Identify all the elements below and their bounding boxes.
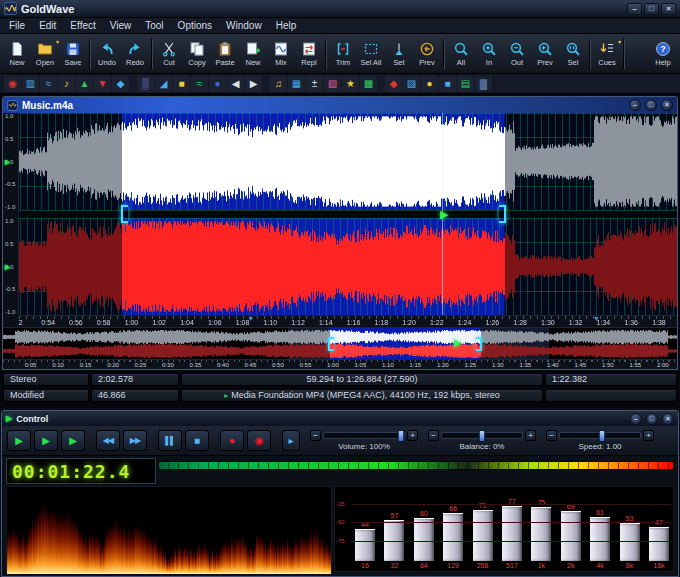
balance-increase-button[interactable]: + <box>525 430 536 441</box>
toolbar-trim-button[interactable]: Trim <box>329 35 357 72</box>
effect-icon-9[interactable]: ◢ <box>155 76 172 92</box>
toolbar-replace-button[interactable]: Repl <box>295 35 323 72</box>
volume-slider[interactable] <box>323 432 405 439</box>
waveform-view[interactable]: ▶ <box>19 113 677 315</box>
menu-item-file[interactable]: File <box>2 20 32 31</box>
fast-forward-button[interactable]: ▶▶ <box>123 430 147 451</box>
effect-icon-19[interactable]: ★ <box>342 76 359 92</box>
effect-icon-11[interactable]: ≈ <box>191 76 208 92</box>
toolbar-set-button[interactable]: Set <box>385 35 413 72</box>
overview-selection-start-handle[interactable] <box>328 337 334 351</box>
volume-increase-button[interactable]: + <box>407 430 418 441</box>
cue-marker-icon[interactable]: ▼ <box>247 315 254 322</box>
balance-slider[interactable] <box>441 432 523 439</box>
effect-icon-6[interactable]: ▼ <box>94 76 111 92</box>
menu-item-view[interactable]: View <box>103 20 139 31</box>
overview-selection-end-handle[interactable] <box>476 337 482 351</box>
toolbar-paste-new-button[interactable]: New <box>239 35 267 72</box>
toolbar-mix-button[interactable]: Mix <box>267 35 295 72</box>
effect-icon-18[interactable]: ▧ <box>324 76 341 92</box>
volume-slider-thumb[interactable] <box>397 430 404 442</box>
music-window-title-bar[interactable]: Music.m4a – □ × <box>3 97 677 113</box>
channel-marker-icon[interactable]: ► <box>3 262 12 272</box>
toolbar-redo-button[interactable]: Redo <box>121 35 149 72</box>
balance-decrease-button[interactable]: − <box>428 430 439 441</box>
toolbar-undo-button[interactable]: Undo <box>93 35 121 72</box>
toolbar-zoom-in-button[interactable]: In <box>475 35 503 72</box>
effect-icon-7[interactable]: ◆ <box>112 76 129 92</box>
effect-icon-24[interactable]: ■ <box>439 76 456 92</box>
toolbar-new-button[interactable]: New <box>3 35 31 72</box>
cue-marker-icon[interactable]: ▼ <box>593 315 600 322</box>
overview-canvas[interactable] <box>3 328 677 360</box>
menu-item-effect[interactable]: Effect <box>63 20 102 31</box>
effect-icon-5[interactable]: ▲ <box>76 76 93 92</box>
speed-slider-thumb[interactable] <box>599 430 606 442</box>
menu-item-options[interactable]: Options <box>171 20 219 31</box>
toolbar-paste-button[interactable]: Paste <box>211 35 239 72</box>
toolbar-cues-button[interactable]: ▾Cues <box>593 35 621 72</box>
channel-marker-icon[interactable]: ► <box>3 157 12 167</box>
toolbar-zoom-sel-button[interactable]: Sel <box>559 35 587 72</box>
effect-icon-1[interactable]: ◉ <box>4 76 21 92</box>
toolbar-zoom-out-button[interactable]: Out <box>503 35 531 72</box>
play-all-button[interactable]: ▶ <box>61 430 85 451</box>
control-maximize-button[interactable]: □ <box>646 413 658 425</box>
speed-slider[interactable] <box>559 432 641 439</box>
menu-item-help[interactable]: Help <box>269 20 304 31</box>
toolbar-help-button[interactable]: ?Help <box>649 35 677 72</box>
monitor-button[interactable]: ▸ <box>282 430 300 451</box>
record-button[interactable]: ● <box>220 430 244 451</box>
volume-decrease-button[interactable]: − <box>310 430 321 441</box>
effect-icon-16[interactable]: ▦ <box>288 76 305 92</box>
toolbar-save-button[interactable]: Save <box>59 35 87 72</box>
time-axis[interactable]: 20:540:560:581:001:021:041:061:081:101:1… <box>19 315 677 327</box>
effect-icon-14[interactable]: ▶ <box>245 76 262 92</box>
control-minimize-button[interactable]: – <box>630 413 642 425</box>
effect-icon-26[interactable]: ▓ <box>475 76 492 92</box>
play-selection-button[interactable]: ▶ <box>34 430 58 451</box>
close-button[interactable]: × <box>661 3 676 15</box>
effect-icon-25[interactable]: ▤ <box>457 76 474 92</box>
music-close-button[interactable]: × <box>661 99 673 111</box>
rewind-button[interactable]: ◀◀ <box>96 430 120 451</box>
music-minimize-button[interactable]: – <box>629 99 641 111</box>
menu-item-tool[interactable]: Tool <box>138 20 170 31</box>
effect-icon-3[interactable]: ≈ <box>40 76 57 92</box>
record-selection-button[interactable]: ◉ <box>247 430 271 451</box>
menu-item-window[interactable]: Window <box>219 20 269 31</box>
toolbar-zoom-all-button[interactable]: All <box>447 35 475 72</box>
music-maximize-button[interactable]: □ <box>645 99 657 111</box>
speed-decrease-button[interactable]: − <box>546 430 557 441</box>
effect-icon-15[interactable]: ♫ <box>270 76 287 92</box>
toolbar-select-all-button[interactable]: Sel All <box>357 35 385 72</box>
effect-icon-10[interactable]: ■ <box>173 76 190 92</box>
maximize-button[interactable]: □ <box>644 3 659 15</box>
effect-icon-21[interactable]: ◆ <box>385 76 402 92</box>
effect-icon-20[interactable]: ▩ <box>360 76 377 92</box>
stop-button[interactable]: ■ <box>185 430 209 451</box>
menu-item-edit[interactable]: Edit <box>32 20 63 31</box>
overview-strip[interactable]: ▶ <box>3 327 677 359</box>
effect-icon-17[interactable]: ± <box>306 76 323 92</box>
effect-icon-23[interactable]: ● <box>421 76 438 92</box>
toolbar-open-button[interactable]: ▾Open <box>31 35 59 72</box>
effect-icon-2[interactable]: ▥ <box>22 76 39 92</box>
selection-start-handle[interactable] <box>121 205 128 223</box>
effect-icon-12[interactable]: ● <box>209 76 226 92</box>
effect-icon-13[interactable]: ◀ <box>227 76 244 92</box>
control-close-button[interactable]: × <box>662 413 674 425</box>
balance-slider-thumb[interactable] <box>479 430 486 442</box>
toolbar-cut-button[interactable]: Cut <box>155 35 183 72</box>
toolbar-zoom-prev-button[interactable]: Prev <box>531 35 559 72</box>
pause-button[interactable]: ▌▌ <box>158 430 182 451</box>
toolbar-preset-prev-button[interactable]: Prev <box>413 35 441 72</box>
control-title-bar[interactable]: ▶ Control – □ × <box>2 411 678 426</box>
selection-end-handle[interactable] <box>499 205 506 223</box>
effect-icon-8[interactable]: ▒ <box>137 76 154 92</box>
speed-increase-button[interactable]: + <box>643 430 654 441</box>
effect-icon-22[interactable]: ▨ <box>403 76 420 92</box>
effect-icon-4[interactable]: ♪ <box>58 76 75 92</box>
toolbar-copy-button[interactable]: Copy <box>183 35 211 72</box>
play-button[interactable]: ▶ <box>7 430 31 451</box>
